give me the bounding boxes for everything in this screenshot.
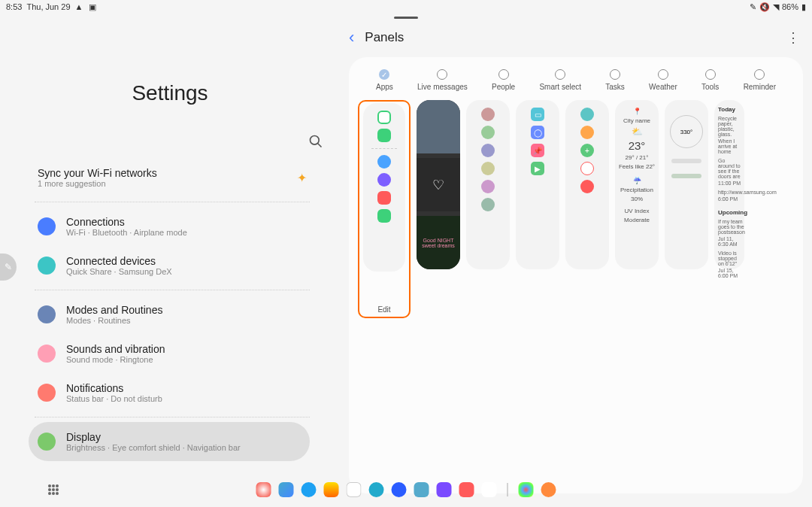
a-app-icon[interactable] (392, 482, 407, 497)
compass-icon: 330° (670, 115, 703, 148)
notification-icon (38, 384, 56, 402)
item-label: Notifications (66, 382, 162, 394)
status-date: Thu, Jun 29 (26, 2, 70, 11)
tab-label: Smart select (539, 83, 581, 91)
item-label: Connections (66, 216, 187, 228)
taskbar (0, 477, 812, 502)
tab-people[interactable]: People (492, 69, 515, 91)
pull-indicator[interactable] (394, 17, 418, 19)
separator (371, 148, 397, 149)
settings-item-connected-devices[interactable]: Connected devicesQuick Share · Samsung D… (35, 246, 310, 285)
item-label: Sounds and vibration (66, 343, 165, 355)
chrome-icon[interactable] (256, 482, 271, 497)
back-button[interactable]: ‹ (349, 28, 354, 47)
internet-app-icon (377, 173, 391, 187)
spen-icon: ✎ (750, 2, 756, 12)
divider (35, 202, 310, 202)
dex-icon[interactable] (541, 482, 556, 497)
tab-label: Tools (701, 83, 719, 91)
calculator-app-icon (377, 129, 391, 142)
battery-pct: 86% (782, 2, 798, 11)
preview-people[interactable] (466, 100, 510, 269)
tab-tools[interactable]: Tools (701, 69, 719, 91)
settings-title: Settings (0, 81, 340, 105)
svg-point-0 (311, 136, 320, 145)
apps-drawer-button[interactable] (48, 484, 59, 495)
settings-suggestion[interactable]: Sync your Wi-Fi networks 1 more suggesti… (35, 158, 310, 197)
task-icon (580, 126, 594, 139)
messages-app-icon (377, 155, 391, 168)
reminder-time: Jul 15, 6:00 PM (716, 268, 743, 278)
person-avatar (481, 126, 495, 139)
search-icon[interactable] (308, 134, 323, 152)
tab-tasks[interactable]: Tasks (605, 69, 625, 91)
task-icon (580, 180, 594, 193)
preview-tasks[interactable]: + (565, 100, 609, 269)
obsidian-icon[interactable] (437, 482, 452, 497)
preview-tools[interactable]: 330° (665, 100, 708, 269)
tab-label: Live messages (417, 83, 468, 91)
settings-panel: Settings Sync your Wi-Fi networks 1 more… (0, 23, 340, 462)
n-app-icon[interactable] (414, 482, 429, 497)
tab-live-messages[interactable]: Live messages (417, 69, 468, 91)
ruler-icon (671, 159, 701, 163)
live-thumb-2: ♡ (417, 158, 460, 211)
radio-icon (498, 69, 509, 80)
edit-link[interactable]: Edit (359, 305, 409, 314)
preview-live-messages[interactable]: ♡ Good NIGHT sweet dreams (417, 100, 460, 269)
phone-app-icon (377, 209, 391, 223)
tab-smart-select[interactable]: Smart select (539, 69, 581, 91)
item-sub: Sound mode · Ringtone (66, 355, 165, 364)
svg-line-1 (318, 144, 322, 147)
radio-icon (555, 69, 565, 80)
more-menu-button[interactable]: ⋮ (786, 29, 803, 46)
preview-smart-select[interactable]: ▭ ◯ 📌 ▶ (516, 100, 559, 269)
tab-reminder[interactable]: Reminder (744, 69, 776, 91)
settings-item-modes[interactable]: Modes and RoutinesModes · Routines (35, 295, 310, 334)
settings-item-wallpaper[interactable]: Wallpaper and styleWallpapers · Color pa… (35, 461, 310, 462)
tab-apps[interactable]: Apps (376, 69, 393, 91)
sparkle-icon: ✦ (297, 171, 307, 185)
playstore-icon[interactable] (324, 482, 339, 497)
reminder-item: Recycle paper, plastic, glass. (716, 116, 743, 137)
tab-label: Reminder (744, 83, 776, 91)
settings-item-display[interactable]: DisplayBrightness · Eye comfort shield ·… (29, 422, 310, 461)
warning-icon: ▲ (75, 2, 84, 11)
image-icon: ▣ (89, 2, 98, 11)
status-bar: 8:53 Thu, Jun 29 ▲ ▣ ✎ 🔇 ◥ 86% ▮ (0, 0, 812, 14)
item-sub: Brightness · Eye comfort shield · Naviga… (66, 443, 241, 452)
item-sub: Modes · Routines (66, 316, 162, 325)
panels-title: Panels (365, 30, 404, 45)
wifi-settings-icon (38, 217, 56, 235)
display-icon (38, 433, 56, 451)
item-label: Display (66, 431, 241, 443)
person-avatar (481, 108, 495, 121)
slack-icon[interactable] (347, 482, 362, 497)
precip-value: 30% (631, 196, 643, 202)
settings-item-sounds[interactable]: Sounds and vibrationSound mode · Rington… (35, 334, 310, 373)
authy-icon[interactable] (369, 482, 384, 497)
chat-icon[interactable] (482, 482, 497, 497)
person-avatar (481, 198, 495, 211)
person-avatar (481, 180, 495, 193)
settings-item-connections[interactable]: ConnectionsWi-Fi · Bluetooth · Airplane … (35, 207, 310, 246)
preview-reminder[interactable]: Today Recycle paper, plastic, glass. Whe… (714, 100, 744, 269)
taskbar-separator (508, 483, 508, 496)
todoist-icon[interactable] (459, 482, 474, 497)
live-thumb-1 (417, 100, 460, 153)
live-thumb-3: Good NIGHT sweet dreams (417, 216, 460, 269)
reminder-time: 11:00 PM (716, 181, 743, 186)
photos-icon[interactable] (519, 482, 534, 497)
rectangle-select-icon: ▭ (531, 108, 544, 121)
item-sub: Wi-Fi · Bluetooth · Airplane mode (66, 228, 187, 237)
twitter-icon[interactable] (301, 482, 317, 497)
modes-icon (38, 305, 56, 323)
uv-label: UV Index (625, 208, 650, 214)
preview-weather[interactable]: 📍 City name ⛅ 23° 29° / 21° Feels like 2… (615, 100, 659, 269)
preview-apps[interactable]: Edit (358, 100, 411, 318)
settings-item-notifications[interactable]: NotificationsStatus bar · Do not disturb (35, 373, 310, 412)
radio-icon (658, 69, 668, 80)
edge-icon[interactable] (279, 482, 294, 497)
tab-weather[interactable]: Weather (649, 69, 677, 91)
wifi-icon: ◥ (773, 2, 779, 12)
